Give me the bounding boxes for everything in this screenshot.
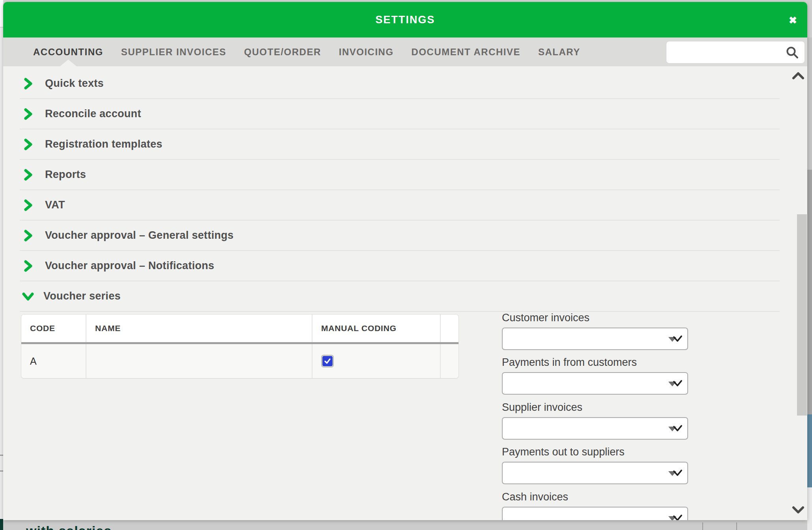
- field-label: Supplier invoices: [502, 401, 689, 414]
- tab-quote-order[interactable]: QUOTE/ORDER: [244, 37, 321, 66]
- column-header-code: CODE: [21, 315, 86, 342]
- chevron-right-icon: [22, 199, 34, 211]
- field-supplier-invoices: Supplier invoices: [502, 401, 689, 440]
- background-page-fragment: [0, 0, 3, 28]
- settings-content: Quick texts Reconcile account Registrati…: [3, 66, 807, 520]
- accordion-item-label: Reports: [45, 169, 86, 181]
- accordion-item-label: Voucher approval – General settings: [45, 229, 234, 242]
- chevron-right-icon: [22, 78, 34, 90]
- cell-extra: [441, 344, 458, 378]
- search-icon[interactable]: [786, 46, 799, 61]
- cash-invoices-select[interactable]: [502, 507, 688, 520]
- tab-list: ACCOUNTING SUPPLIER INVOICES QUOTE/ORDER…: [33, 37, 580, 66]
- tab-document-archive[interactable]: DOCUMENT ARCHIVE: [412, 37, 520, 66]
- background-page-fragment: [0, 470, 3, 472]
- dialog-title: SETTINGS: [3, 14, 807, 26]
- accordion-item-registration-templates[interactable]: Registration templates: [20, 129, 780, 160]
- accordion-item-label: Reconcile account: [45, 108, 141, 120]
- close-icon[interactable]: ✖: [789, 15, 797, 25]
- background-page-left-edge: [0, 0, 3, 530]
- tab-accounting[interactable]: ACCOUNTING: [33, 37, 103, 66]
- dropdown-arrow-icon: [668, 380, 683, 390]
- field-payments-in: Payments in from customers: [502, 356, 689, 395]
- chevron-right-icon: [22, 108, 34, 120]
- table-header-row: CODE NAME MANUAL CODING: [21, 315, 458, 344]
- cell-code: A: [21, 344, 86, 378]
- background-page-fragment: [0, 455, 3, 456]
- cell-name[interactable]: [86, 344, 312, 378]
- checkbox-check-icon: [322, 356, 333, 366]
- field-cash-invoices: Cash invoices: [502, 491, 689, 520]
- dropdown-arrow-icon: [668, 425, 683, 435]
- chevron-down-icon: [22, 290, 34, 302]
- column-header-manual-coding: MANUAL CODING: [312, 315, 441, 342]
- dropdown-arrow-icon: [668, 469, 683, 479]
- settings-dialog-header: SETTINGS ✖: [3, 2, 807, 37]
- manual-coding-checkbox[interactable]: [321, 355, 334, 367]
- accordion-item-label: Quick texts: [45, 77, 104, 90]
- accordion-item-quick-texts[interactable]: Quick texts: [20, 69, 780, 99]
- browser-scrollbar-track[interactable]: [807, 487, 812, 530]
- accordion-item-vat[interactable]: VAT: [20, 190, 780, 221]
- accordion-item-voucher-approval-general[interactable]: Voucher approval – General settings: [20, 221, 780, 251]
- customer-invoices-select[interactable]: [502, 328, 688, 350]
- voucher-series-table: CODE NAME MANUAL CODING A: [21, 314, 459, 378]
- scroll-down-icon[interactable]: [791, 505, 805, 516]
- accordion-item-reports[interactable]: Reports: [20, 160, 780, 190]
- tab-salary[interactable]: SALARY: [538, 37, 580, 66]
- accordion-item-voucher-approval-notifications[interactable]: Voucher approval – Notifications: [20, 251, 780, 281]
- field-payments-out: Payments out to suppliers: [502, 446, 689, 484]
- browser-scrollbar-thumb[interactable]: [807, 170, 812, 414]
- accordion-item-label: VAT: [45, 199, 65, 211]
- scroll-up-icon[interactable]: [791, 71, 805, 82]
- tab-supplier-invoices[interactable]: SUPPLIER INVOICES: [121, 37, 226, 66]
- search-input[interactable]: [672, 41, 782, 63]
- payments-in-select[interactable]: [502, 372, 688, 395]
- chevron-right-icon: [22, 230, 34, 242]
- field-customer-invoices: Customer invoices: [502, 312, 689, 350]
- settings-tabbar: ACCOUNTING SUPPLIER INVOICES QUOTE/ORDER…: [3, 37, 807, 66]
- dropdown-arrow-icon: [668, 335, 683, 345]
- field-label: Customer invoices: [502, 312, 689, 324]
- background-page-fragment: [736, 523, 737, 530]
- accordion-item-label: Voucher series: [43, 290, 121, 302]
- field-label: Payments out to suppliers: [502, 446, 689, 458]
- background-page-fragment: [702, 523, 703, 530]
- accordion-item-reconcile-account[interactable]: Reconcile account: [20, 99, 780, 129]
- background-cutoff-text: with salaries: [26, 523, 112, 530]
- payments-out-select[interactable]: [502, 462, 688, 484]
- background-page-fragment: [807, 414, 812, 487]
- tab-invoicing[interactable]: INVOICING: [339, 37, 394, 66]
- scrollbar-thumb[interactable]: [797, 214, 807, 416]
- background-page-fragment: [0, 519, 3, 530]
- accordion-item-voucher-series[interactable]: Voucher series: [20, 281, 780, 312]
- cell-manual-coding: [312, 344, 441, 378]
- table-row: A: [21, 344, 458, 378]
- supplier-invoices-select[interactable]: [502, 417, 688, 440]
- accordion-item-label: Registration templates: [45, 138, 163, 150]
- chevron-right-icon: [22, 260, 34, 272]
- settings-dialog: SETTINGS ✖ ACCOUNTING SUPPLIER INVOICES …: [3, 2, 807, 520]
- column-header-extra: [441, 315, 458, 342]
- field-label: Cash invoices: [502, 491, 689, 503]
- column-header-name: NAME: [86, 315, 312, 342]
- chevron-right-icon: [22, 169, 34, 181]
- chevron-right-icon: [22, 139, 34, 150]
- dropdown-arrow-icon: [668, 514, 683, 520]
- browser-scrollbar[interactable]: [807, 0, 812, 530]
- accordion-item-label: Voucher approval – Notifications: [45, 260, 214, 272]
- settings-search: [666, 41, 805, 64]
- field-label: Payments in from customers: [502, 356, 689, 369]
- background-page-bottom-edge: with salaries: [3, 520, 807, 530]
- browser-scrollbar-track[interactable]: [807, 37, 812, 170]
- accounting-accordion: Quick texts Reconcile account Registrati…: [20, 69, 780, 312]
